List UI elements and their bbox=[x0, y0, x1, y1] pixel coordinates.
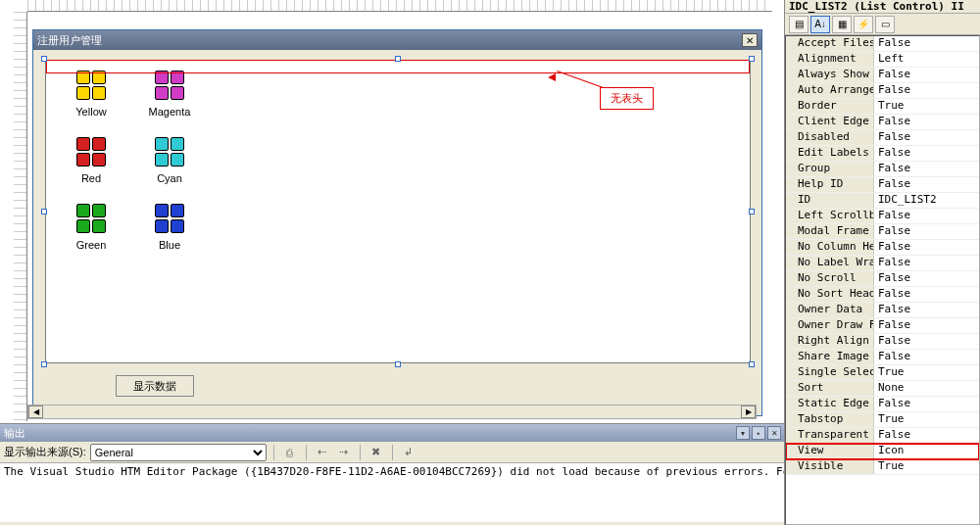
property-name: No Sort Heade bbox=[786, 287, 874, 302]
close-icon[interactable]: ✕ bbox=[742, 33, 758, 47]
property-value[interactable]: False bbox=[874, 256, 979, 270]
property-row[interactable]: TransparentFalse bbox=[786, 428, 979, 444]
clear-icon[interactable]: ✖ bbox=[368, 444, 385, 461]
next-icon[interactable]: ⇢ bbox=[335, 444, 353, 461]
property-row[interactable]: No Column HeaFalse bbox=[786, 240, 979, 256]
property-row[interactable]: TabstopTrue bbox=[786, 412, 979, 428]
selection-handle[interactable] bbox=[749, 56, 755, 62]
find-icon[interactable]: ⎙ bbox=[281, 444, 299, 461]
output-text[interactable]: The Visual Studio HTM Editor Package ({1… bbox=[0, 463, 784, 522]
messages-icon[interactable]: ▭ bbox=[875, 16, 895, 33]
property-value[interactable]: False bbox=[874, 397, 979, 411]
property-value[interactable]: Left bbox=[874, 52, 979, 67]
property-row[interactable]: Auto ArrangeFalse bbox=[786, 83, 979, 99]
selection-handle[interactable] bbox=[749, 209, 755, 215]
property-row[interactable]: Edit LabelsFalse bbox=[786, 146, 979, 162]
property-row[interactable]: Share Image LFalse bbox=[786, 350, 979, 365]
selection-handle[interactable] bbox=[749, 361, 755, 367]
property-row[interactable]: SortNone bbox=[786, 381, 979, 397]
selection-handle[interactable] bbox=[41, 209, 47, 215]
list-item[interactable]: Cyan bbox=[130, 135, 209, 184]
property-value[interactable]: False bbox=[874, 287, 979, 302]
property-row[interactable]: VisibleTrue bbox=[786, 459, 979, 475]
selection-handle[interactable] bbox=[395, 56, 401, 62]
annotation-label: 无表头 bbox=[600, 87, 654, 110]
property-name: Share Image L bbox=[786, 350, 874, 364]
property-value[interactable]: False bbox=[874, 240, 979, 255]
property-row[interactable]: GroupFalse bbox=[786, 162, 979, 177]
property-row[interactable]: Modal FrameFalse bbox=[786, 224, 979, 240]
property-row[interactable]: AlignmentLeft bbox=[786, 52, 979, 68]
property-row[interactable]: Owner DataFalse bbox=[786, 303, 979, 318]
property-value[interactable]: Icon bbox=[874, 444, 979, 458]
list-item[interactable]: Red bbox=[52, 135, 130, 184]
property-value[interactable]: False bbox=[874, 146, 979, 161]
property-value[interactable]: False bbox=[874, 224, 979, 239]
property-value[interactable]: False bbox=[874, 334, 979, 349]
property-value[interactable]: False bbox=[874, 177, 979, 192]
property-row[interactable]: Single SelectTrue bbox=[786, 365, 979, 381]
property-row[interactable]: BorderTrue bbox=[786, 99, 979, 115]
property-row[interactable]: No Label WrapFalse bbox=[786, 256, 979, 271]
categorized-icon[interactable]: ▤ bbox=[789, 16, 808, 33]
property-value[interactable]: False bbox=[874, 303, 979, 317]
property-value[interactable]: False bbox=[874, 115, 979, 129]
selection-handle[interactable] bbox=[41, 56, 47, 62]
property-row[interactable]: Client EdgeFalse bbox=[786, 115, 979, 130]
dialog-window[interactable]: 注册用户管理 ✕ YellowMagentaRedCyanGreenBlue 无… bbox=[32, 29, 762, 416]
alphabetical-icon[interactable]: A↓ bbox=[810, 16, 830, 33]
property-value[interactable]: False bbox=[874, 428, 979, 443]
wrap-icon[interactable]: ↲ bbox=[400, 444, 417, 461]
property-value[interactable]: False bbox=[874, 271, 979, 286]
property-row[interactable]: Static EdgeFalse bbox=[786, 397, 979, 412]
property-value[interactable]: False bbox=[874, 162, 979, 176]
list-item[interactable]: Yellow bbox=[52, 69, 130, 118]
property-value[interactable]: True bbox=[874, 365, 979, 380]
selection-handle[interactable] bbox=[395, 361, 401, 367]
dialog-titlebar[interactable]: 注册用户管理 ✕ bbox=[33, 30, 761, 50]
property-value[interactable]: False bbox=[874, 318, 979, 333]
scroll-right-icon[interactable]: ▶ bbox=[741, 406, 756, 418]
selection-handle[interactable] bbox=[41, 361, 47, 367]
property-row[interactable]: No ScrollFalse bbox=[786, 271, 979, 287]
button-label: 显示数据 bbox=[133, 379, 176, 394]
property-name: Left Scrollba bbox=[786, 209, 874, 223]
property-value[interactable]: False bbox=[874, 350, 979, 364]
prev-icon[interactable]: ⇠ bbox=[314, 444, 331, 461]
show-data-button[interactable]: 显示数据 bbox=[116, 375, 194, 397]
property-row[interactable]: Left ScrollbaFalse bbox=[786, 209, 979, 224]
property-value[interactable]: IDC_LIST2 bbox=[874, 193, 979, 208]
property-row[interactable]: Owner Draw FiFalse bbox=[786, 318, 979, 334]
property-value[interactable]: None bbox=[874, 381, 979, 396]
property-row[interactable]: ViewIcon bbox=[786, 444, 979, 459]
property-row[interactable]: IDIDC_LIST2 bbox=[786, 193, 979, 209]
list-item[interactable]: Magenta bbox=[130, 69, 209, 118]
events-icon[interactable]: ⚡ bbox=[854, 16, 873, 33]
list-item[interactable]: Blue bbox=[130, 202, 209, 251]
property-value[interactable]: False bbox=[874, 83, 979, 98]
property-value[interactable]: True bbox=[874, 412, 979, 427]
pin-icon[interactable]: ▪ bbox=[752, 426, 765, 440]
horizontal-scrollbar[interactable]: ◀ ▶ bbox=[27, 405, 757, 419]
property-value[interactable]: False bbox=[874, 209, 979, 223]
output-header[interactable]: 输出 ▾ ▪ ✕ bbox=[0, 424, 784, 442]
properties-icon[interactable]: ▦ bbox=[832, 16, 852, 33]
design-surface[interactable]: 注册用户管理 ✕ YellowMagentaRedCyanGreenBlue 无… bbox=[27, 12, 772, 421]
property-value[interactable]: True bbox=[874, 459, 979, 474]
property-value[interactable]: False bbox=[874, 36, 979, 51]
property-row[interactable]: DisabledFalse bbox=[786, 130, 979, 146]
properties-grid[interactable]: Accept FilesFalseAlignmentLeftAlways Sho… bbox=[785, 35, 980, 525]
property-value[interactable]: False bbox=[874, 68, 979, 82]
list-item[interactable]: Green bbox=[52, 202, 130, 251]
property-value[interactable]: False bbox=[874, 130, 979, 145]
dropdown-icon[interactable]: ▾ bbox=[736, 426, 750, 440]
property-row[interactable]: Right Align TFalse bbox=[786, 334, 979, 350]
property-row[interactable]: No Sort HeadeFalse bbox=[786, 287, 979, 303]
property-row[interactable]: Help IDFalse bbox=[786, 177, 979, 193]
close-icon[interactable]: ✕ bbox=[767, 426, 781, 440]
scroll-left-icon[interactable]: ◀ bbox=[28, 406, 43, 418]
property-row[interactable]: Accept FilesFalse bbox=[786, 36, 979, 52]
property-row[interactable]: Always Show SFalse bbox=[786, 68, 979, 83]
property-value[interactable]: True bbox=[874, 99, 979, 114]
output-source-select[interactable]: General bbox=[90, 444, 267, 461]
